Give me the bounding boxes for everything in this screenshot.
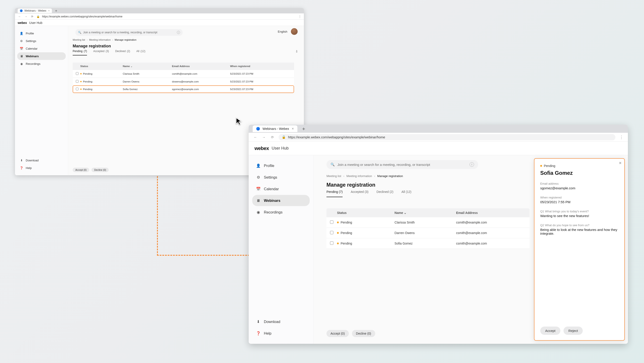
row-checkbox[interactable] bbox=[76, 72, 78, 75]
tab-accepted[interactable]: Accepted (3) bbox=[93, 50, 109, 55]
detail-q1-field: Q1 What brings you to today's event? Wan… bbox=[540, 210, 618, 218]
decline-button[interactable]: Decline (0) bbox=[92, 168, 109, 172]
sidebar-item-settings[interactable]: ⚙ Settings bbox=[17, 37, 66, 45]
table-row[interactable]: Pending Darren Owens dowens@example.com … bbox=[73, 77, 294, 85]
tab-all[interactable]: All (12) bbox=[136, 50, 145, 55]
crumb-meeting-list[interactable]: Meeting list bbox=[73, 38, 85, 41]
lock-icon: 🔒 bbox=[36, 15, 40, 18]
tab-pending[interactable]: Pending (7) bbox=[326, 190, 342, 197]
sidebar-item-webinars[interactable]: 🖥 Webinars bbox=[17, 52, 66, 60]
sidebar-item-webinars[interactable]: 🖥 Webinars bbox=[252, 195, 310, 206]
sidebar-label: Profile bbox=[26, 32, 34, 35]
col-email[interactable]: Email Address bbox=[456, 211, 526, 215]
crumb-current: Manage registration bbox=[115, 38, 136, 41]
sidebar-label: Download bbox=[26, 159, 39, 162]
col-status[interactable]: Status bbox=[80, 65, 123, 67]
help-icon: ❓ bbox=[256, 331, 261, 336]
tab-accepted[interactable]: Accepted (3) bbox=[350, 190, 368, 197]
tab-declined[interactable]: Declined (2) bbox=[115, 50, 130, 55]
sidebar-item-download[interactable]: ⬇ Download bbox=[252, 316, 310, 327]
sidebar-item-calendar[interactable]: 📅 Calendar bbox=[252, 183, 310, 194]
browser-tab-title: Webinars - Webex bbox=[24, 9, 46, 12]
export-icon[interactable]: ⇩ bbox=[296, 50, 298, 53]
tab-declined[interactable]: Declined (2) bbox=[376, 190, 394, 197]
new-tab-button[interactable]: ＋ bbox=[300, 126, 307, 132]
row-checkbox[interactable] bbox=[330, 231, 334, 234]
col-email[interactable]: Email Address bbox=[172, 65, 230, 67]
col-when[interactable]: When registered bbox=[230, 65, 279, 67]
cell-status: Pending bbox=[80, 88, 123, 90]
back-icon[interactable]: ← bbox=[253, 135, 258, 139]
col-name[interactable]: Name⌄ bbox=[394, 211, 456, 215]
gear-icon: ⚙ bbox=[256, 175, 261, 180]
table-row-highlighted[interactable]: Pending Sofia Gomez sgomez@example.com 5… bbox=[73, 85, 294, 93]
forward-icon[interactable]: → bbox=[262, 135, 266, 139]
reload-icon[interactable]: ⟳ bbox=[30, 15, 34, 18]
back-icon[interactable]: ← bbox=[18, 15, 22, 18]
search-bar[interactable]: 🔍 Join a meeting or search for a meeting… bbox=[75, 29, 183, 36]
field-value: Wanting to see the new features! bbox=[540, 214, 618, 218]
browser-tab[interactable]: Webinars - Webex × bbox=[253, 125, 298, 132]
sidebar-item-settings[interactable]: ⚙ Settings bbox=[252, 172, 310, 183]
decline-button[interactable]: Decline (0) bbox=[352, 330, 375, 337]
browser-menu-icon[interactable]: ⋮ bbox=[620, 135, 624, 140]
webinar-icon: 🖥 bbox=[256, 198, 261, 203]
row-checkbox[interactable] bbox=[76, 80, 78, 83]
sort-icon: ⌄ bbox=[404, 211, 406, 215]
sidebar-label: Profile bbox=[264, 164, 274, 168]
tab-pending[interactable]: Pending (7) bbox=[73, 50, 87, 55]
sidebar-item-profile[interactable]: 👤 Profile bbox=[17, 29, 66, 37]
detail-accept-button[interactable]: Accept bbox=[540, 327, 560, 335]
sidebar-label: Help bbox=[26, 166, 32, 170]
url-text[interactable]: https://example.webex.com/webappng/sites… bbox=[42, 15, 122, 18]
sidebar-item-help[interactable]: ❓ Help bbox=[252, 328, 310, 339]
app-header: webex User Hub bbox=[249, 142, 628, 155]
cell-name: Clarissa Smith bbox=[123, 72, 172, 75]
sidebar-item-help[interactable]: ❓ Help bbox=[17, 164, 66, 172]
registration-tabs: Pending (7) Accepted (3) Declined (2) Al… bbox=[326, 190, 412, 197]
sidebar-item-download[interactable]: ⬇ Download bbox=[17, 156, 66, 164]
info-icon[interactable]: i bbox=[177, 31, 180, 34]
col-status[interactable]: Status bbox=[337, 211, 394, 215]
table-row[interactable]: Pending Darren Owens csmith@example.com bbox=[326, 228, 530, 238]
url-field[interactable]: 🔒 https://example.webex.com/webappng/sit… bbox=[278, 134, 616, 140]
detail-q2-field: Q2 What do you hope to see from us? Bein… bbox=[540, 224, 618, 235]
crumb-meeting-info[interactable]: Meeting information bbox=[346, 174, 372, 178]
accept-button[interactable]: Accept (0) bbox=[73, 168, 89, 172]
calendar-icon: 📅 bbox=[20, 46, 24, 50]
accept-button[interactable]: Accept (0) bbox=[326, 330, 349, 337]
row-checkbox[interactable] bbox=[76, 88, 78, 90]
browser-menu-icon[interactable]: ⋮ bbox=[298, 15, 301, 18]
row-checkbox[interactable] bbox=[330, 220, 334, 224]
sidebar-item-profile[interactable]: 👤 Profile bbox=[252, 160, 310, 171]
close-panel-icon[interactable]: ✕ bbox=[619, 161, 622, 165]
reload-icon[interactable]: ⟳ bbox=[270, 135, 274, 139]
crumb-meeting-list[interactable]: Meeting list bbox=[326, 174, 341, 178]
sidebar-item-recordings[interactable]: ◉ Recordings bbox=[17, 60, 66, 67]
forward-icon[interactable]: → bbox=[24, 15, 28, 18]
crumb-meeting-info[interactable]: Meeting information bbox=[89, 38, 111, 41]
new-tab-button[interactable]: ＋ bbox=[54, 8, 58, 13]
sidebar-item-calendar[interactable]: 📅 Calendar bbox=[17, 45, 66, 52]
sidebar-item-recordings[interactable]: ◉ Recordings bbox=[252, 207, 310, 218]
user-avatar[interactable] bbox=[291, 28, 298, 35]
table-row[interactable]: Pending Sofia Gomez csmith@example.com bbox=[326, 238, 530, 249]
status-dot-icon bbox=[540, 165, 542, 167]
sidebar-label: Settings bbox=[264, 175, 277, 179]
info-icon[interactable]: i bbox=[470, 162, 474, 167]
table-row[interactable]: Pending Clarissa Smith csmith@example.co… bbox=[73, 70, 294, 77]
url-text: https://example.webex.com/webappng/sites… bbox=[288, 135, 385, 139]
search-bar[interactable]: 🔍 Join a meeting or search for a meeting… bbox=[326, 160, 478, 169]
detail-reject-button[interactable]: Reject bbox=[564, 327, 583, 335]
status-dot-icon bbox=[337, 222, 339, 223]
cell-email: csmith@example.com bbox=[456, 221, 526, 224]
browser-tab[interactable]: Webinars - Webex × bbox=[18, 8, 52, 13]
table-row[interactable]: Pending Clarissa Smith csmith@example.co… bbox=[326, 217, 530, 228]
language-selector[interactable]: English bbox=[278, 30, 287, 33]
row-checkbox[interactable] bbox=[330, 241, 334, 245]
col-name[interactable]: Name⌄ bbox=[123, 65, 172, 67]
sidebar-label: Download bbox=[264, 320, 280, 324]
close-tab-icon[interactable]: × bbox=[292, 127, 294, 131]
close-tab-icon[interactable]: × bbox=[48, 9, 50, 12]
tab-all[interactable]: All (12) bbox=[402, 190, 411, 197]
